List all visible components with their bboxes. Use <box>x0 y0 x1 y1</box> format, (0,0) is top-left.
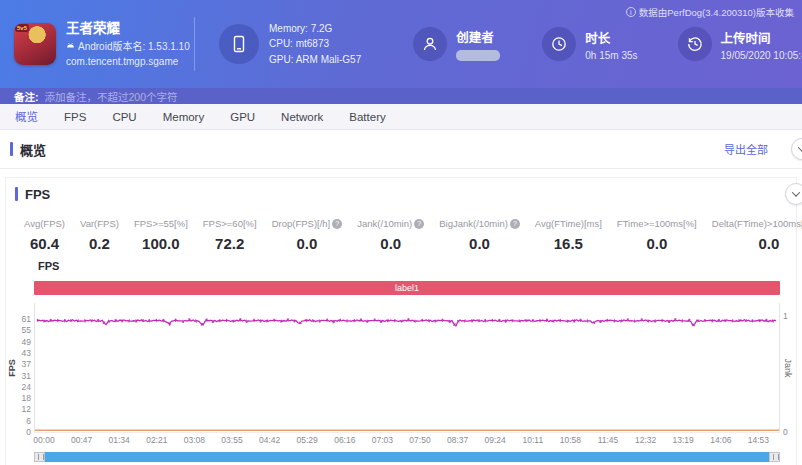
header-divider <box>194 17 195 71</box>
y-axis-tick-right: 0 <box>783 427 788 437</box>
stat-value: 0.0 <box>439 235 520 252</box>
x-axis-tick: 14:53 <box>748 435 769 445</box>
creator-value-redacted <box>456 50 500 61</box>
app-title: 王者荣耀 <box>66 19 190 39</box>
stat-item: Drop(FPS)[/h]0.0 <box>272 218 343 252</box>
tab-overview[interactable]: 概览 <box>2 104 51 130</box>
stat-label: Delta(FTime)>100ms[/h] <box>712 218 802 229</box>
x-axis-tick: 10:58 <box>560 435 581 445</box>
y-axis-tick: 37 <box>9 359 31 369</box>
x-axis-tick: 05:29 <box>297 435 318 445</box>
section-accent-bar <box>10 142 13 156</box>
x-axis-tick: 06:16 <box>334 435 355 445</box>
overview-section-header: 概览 导出全部 <box>0 130 802 169</box>
stat-item: Var(FPS)0.2 <box>80 218 119 252</box>
help-icon[interactable] <box>510 219 520 229</box>
scrollbar-left-handle[interactable] <box>34 452 45 462</box>
upload-time-label: 上传时间 <box>721 28 802 47</box>
fps-title: FPS <box>25 187 50 202</box>
stat-item: FPS>=55[%]100.0 <box>134 218 188 252</box>
collector-note: 数据由PerfDog(3.4.200310)版本收集 <box>626 5 794 19</box>
x-axis-tick: 03:55 <box>221 435 242 445</box>
export-all-link[interactable]: 导出全部 <box>724 141 768 157</box>
app-info: 5v5 王者荣耀 Android版本名: 1.53.1.10 com.tence… <box>14 19 194 69</box>
info-icon <box>626 7 636 17</box>
x-axis: 00:0000:4701:3402:2103:0803:5504:4205:29… <box>34 435 780 447</box>
fps-chart-canvas[interactable] <box>35 303 779 432</box>
stat-item: Avg(FPS)60.4 <box>24 218 65 252</box>
app-icon-badge: 5v5 <box>15 24 29 32</box>
stat-value: 0.0 <box>357 235 424 252</box>
y-axis-tick-right: 1 <box>783 311 788 321</box>
stat-label: Drop(FPS)[/h] <box>272 218 331 229</box>
history-clock-icon <box>686 35 704 53</box>
tab-network[interactable]: Network <box>268 104 336 130</box>
x-axis-tick: 14:06 <box>710 435 731 445</box>
stat-label: BigJank(/10min) <box>439 218 508 229</box>
x-axis-tick: 10:11 <box>522 435 543 445</box>
android-icon <box>66 42 75 51</box>
x-axis-tick: 08:37 <box>447 435 468 445</box>
x-axis-tick: 09:24 <box>485 435 506 445</box>
help-icon[interactable] <box>332 219 342 229</box>
note-bar[interactable]: 备注: 添加备注，不超过200个字符 <box>0 88 802 104</box>
y-axis-label-right: Jank <box>783 358 793 377</box>
stat-value: 60.4 <box>24 235 65 252</box>
y-axis-tick: 49 <box>9 337 31 347</box>
collapse-button[interactable] <box>791 138 802 160</box>
y-axis-tick: 6 <box>9 416 31 426</box>
note-input-placeholder[interactable]: 添加备注，不超过200个字符 <box>45 89 178 104</box>
stat-value: 0.0 <box>712 235 802 252</box>
x-axis-tick: 02:21 <box>146 435 167 445</box>
clock-icon <box>550 35 568 53</box>
x-axis-tick: 07:50 <box>409 435 430 445</box>
fps-card: FPS Avg(FPS)60.4Var(FPS)0.2FPS>=55[%]100… <box>5 177 797 465</box>
tab-cpu[interactable]: CPU <box>99 104 149 130</box>
tab-battery[interactable]: Battery <box>336 104 398 130</box>
fps-stats-row: Avg(FPS)60.4Var(FPS)0.2FPS>=55[%]100.0FP… <box>6 206 796 252</box>
duration-value: 0h 15m 35s <box>585 50 637 61</box>
y-axis-tick: 43 <box>9 348 31 358</box>
y-axis-tick: 55 <box>9 325 31 335</box>
device-gpu: GPU: ARM Mali-G57 <box>269 52 361 68</box>
duration-label: 时长 <box>585 28 637 47</box>
scrollbar-right-handle[interactable] <box>769 452 780 462</box>
stat-item: FPS>=60[%]72.2 <box>203 218 257 252</box>
help-icon[interactable] <box>414 219 424 229</box>
stat-value: 0.2 <box>80 235 119 252</box>
stat-value: 0.0 <box>617 235 697 252</box>
tab-fps[interactable]: FPS <box>51 104 99 130</box>
overview-title: 概览 <box>20 140 46 159</box>
tab-memory[interactable]: Memory <box>150 104 218 130</box>
stat-item: Jank(/10min)0.0 <box>357 218 424 252</box>
y-axis-tick: 18 <box>9 393 31 403</box>
y-axis-tick: 61 <box>9 314 31 324</box>
chart-scrollbar[interactable] <box>34 452 780 462</box>
x-axis-tick: 03:08 <box>184 435 205 445</box>
creator-label: 创建者 <box>456 27 500 46</box>
device-info: Memory: 7.2G CPU: mt6873 GPU: ARM Mali-G… <box>219 21 361 68</box>
fps-chart-plot[interactable]: FPS Jank 6155494337312418126010 <box>34 303 780 433</box>
phone-icon <box>229 34 249 54</box>
tab-gpu[interactable]: GPU <box>217 104 268 130</box>
y-axis-tick: 0 <box>9 427 31 437</box>
band-label: label1 <box>395 283 419 293</box>
app-version: Android版本名: 1.53.1.10 <box>78 39 190 54</box>
x-axis-tick: 01:34 <box>109 435 130 445</box>
x-axis-tick: 04:42 <box>259 435 280 445</box>
stat-label: FTime>=100ms[%] <box>617 218 697 229</box>
x-axis-tick: 11:45 <box>598 435 619 445</box>
duration-block: 时长 0h 15m 35s <box>542 27 637 61</box>
y-axis-tick: 31 <box>9 371 31 381</box>
x-axis-tick: 07:03 <box>372 435 393 445</box>
person-icon <box>421 35 439 53</box>
chart-label-band[interactable]: label1 <box>34 281 780 295</box>
stat-value: 16.5 <box>535 235 602 252</box>
stat-item: BigJank(/10min)0.0 <box>439 218 520 252</box>
device-cpu: CPU: mt6873 <box>269 36 361 52</box>
app-package: com.tencent.tmgp.sgame <box>66 54 178 69</box>
stat-label: FPS>=55[%] <box>134 218 188 229</box>
collapse-button[interactable] <box>785 183 802 205</box>
y-axis-tick: 12 <box>9 404 31 414</box>
stat-label: Var(FPS) <box>80 218 119 229</box>
